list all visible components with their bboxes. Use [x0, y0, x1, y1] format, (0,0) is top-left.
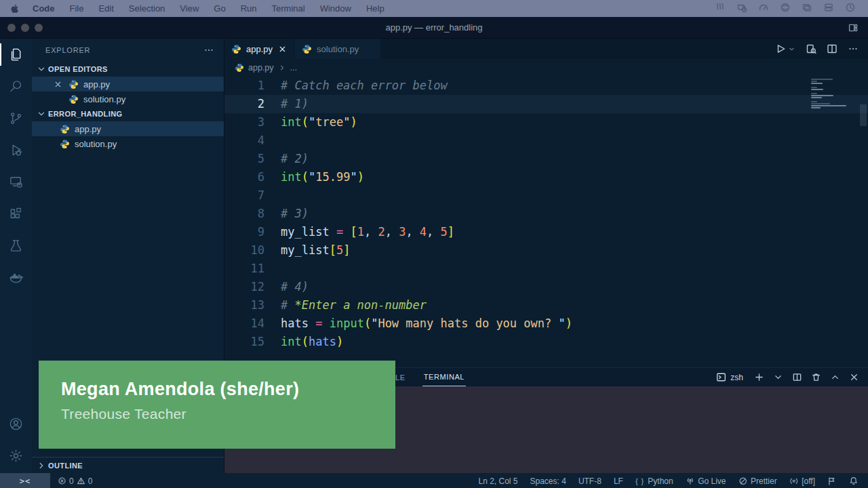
apple-logo-icon[interactable] [9, 3, 20, 14]
status-screencast-mode[interactable]: [off] [789, 476, 815, 486]
clock-icon[interactable] [845, 2, 856, 15]
close-button[interactable] [7, 24, 16, 32]
status-go-live[interactable]: Go Live [686, 476, 726, 486]
close-editor-icon[interactable] [52, 80, 64, 89]
code-line-9[interactable]: 9my_list = [1, 2, 3, 4, 5] [224, 223, 868, 241]
code-line-8[interactable]: 8# 3) [224, 205, 868, 223]
menu-edit[interactable]: Edit [91, 3, 121, 14]
screen-mirroring-icon[interactable] [802, 2, 812, 15]
status-language-mode[interactable]: { }Python [635, 476, 673, 486]
file-solution.py[interactable]: solution.py [32, 136, 224, 151]
menu-go[interactable]: Go [206, 3, 233, 14]
code-editor[interactable]: 1# Catch each error below2# 1)3int("tree… [224, 76, 868, 367]
code-line-15[interactable]: 15int(hats) [224, 333, 868, 351]
menu-window[interactable]: Window [313, 3, 359, 14]
remote-indicator[interactable]: >< [0, 473, 50, 488]
section-error-handling[interactable]: ERROR_HANDLING [32, 106, 224, 121]
activity-source-control[interactable] [0, 102, 32, 134]
activity-settings[interactable] [0, 440, 32, 472]
maximize-panel-icon[interactable] [830, 372, 840, 382]
activity-bar-top [0, 39, 32, 293]
tab-close-icon[interactable] [277, 45, 288, 54]
launch-profile-dropdown-icon[interactable] [773, 372, 783, 382]
menu-selection[interactable]: Selection [121, 3, 172, 14]
line-content [264, 186, 281, 205]
code-line-10[interactable]: 10my_list[5] [224, 241, 868, 260]
zoom-button[interactable] [35, 24, 43, 32]
status-encoding[interactable]: UTF-8 [578, 476, 601, 486]
menu-view[interactable]: View [172, 3, 206, 14]
line-number: 12 [224, 278, 264, 296]
tab-solution.py[interactable]: solution.py [295, 39, 381, 59]
menu-run[interactable]: Run [233, 3, 264, 14]
activity-bar [0, 39, 32, 473]
split-terminal-icon[interactable] [792, 372, 802, 382]
code-line-3[interactable]: 3int("tree") [224, 113, 868, 131]
code-line-1[interactable]: 1# Catch each error below [224, 77, 868, 95]
more-actions-icon[interactable] [848, 43, 859, 54]
kill-terminal-icon[interactable] [811, 372, 821, 382]
status-feedback[interactable] [827, 476, 837, 486]
scrollbar[interactable] [860, 104, 867, 126]
python-file-icon [60, 139, 70, 149]
code-line-13[interactable]: 13# *Enter a non-number [224, 296, 868, 314]
activity-search[interactable] [0, 70, 32, 102]
panel-tab-fragment[interactable]: LE [395, 373, 406, 382]
line-content: # 1) [264, 95, 309, 113]
minimize-button[interactable] [21, 24, 29, 32]
run-python-file-icon[interactable] [775, 43, 786, 54]
customize-layout-icon[interactable] [848, 22, 859, 33]
activity-remote-explorer[interactable] [0, 166, 32, 198]
code-line-12[interactable]: 12# 4) [224, 278, 868, 296]
menu-terminal[interactable]: Terminal [264, 3, 313, 14]
breadcrumb-file[interactable]: app.py [248, 63, 274, 73]
run-dropdown-icon[interactable] [788, 45, 795, 53]
sync-globe-icon[interactable] [780, 2, 791, 15]
outline-section[interactable]: OUTLINE [32, 457, 224, 473]
code-line-2[interactable]: 2# 1) [224, 95, 868, 113]
coffee-clock-icon[interactable] [736, 2, 747, 15]
tab-terminal[interactable]: TERMINAL [422, 368, 466, 386]
code-line-6[interactable]: 6int("15.99") [224, 168, 868, 186]
shell-badge[interactable]: zsh [716, 372, 743, 382]
menu-file[interactable]: File [62, 3, 92, 14]
code-line-5[interactable]: 5# 2) [224, 150, 868, 168]
close-panel-icon[interactable] [849, 372, 859, 382]
menu-code[interactable]: Code [25, 3, 62, 14]
steam-icon[interactable] [715, 2, 726, 15]
activity-extensions[interactable] [0, 198, 32, 230]
status-cursor-position[interactable]: Ln 2, Col 5 [478, 476, 517, 486]
status-eol[interactable]: LF [614, 476, 623, 486]
open-editor-app.py[interactable]: app.py [32, 77, 224, 92]
status-prettier[interactable]: Prettier [738, 476, 777, 486]
tab-app.py[interactable]: app.py [224, 39, 295, 59]
code-line-4[interactable]: 4 [224, 131, 868, 150]
new-terminal-icon[interactable] [754, 372, 764, 382]
section-open-editors[interactable]: OPEN EDITORS [32, 62, 224, 77]
dock-stack-icon[interactable] [823, 2, 834, 15]
status-right-items: Ln 2, Col 5Spaces: 4UTF-8LF{ }PythonGo L… [478, 476, 868, 486]
activity-run-and-debug[interactable] [0, 134, 32, 166]
breadcrumb-ellipsis[interactable]: ... [290, 63, 297, 73]
activity-accounts[interactable] [0, 408, 32, 440]
code-line-7[interactable]: 7 [224, 186, 868, 205]
split-editor-icon[interactable] [827, 43, 837, 54]
testing-icon [8, 238, 24, 253]
menu-help[interactable]: Help [359, 3, 392, 14]
line-number: 13 [224, 296, 264, 314]
explorer-more-actions-icon[interactable] [203, 45, 214, 56]
code-line-14[interactable]: 14hats = input("How many hats do you own… [224, 314, 868, 333]
code-line-11[interactable]: 11 [224, 260, 868, 278]
activity-docker[interactable] [0, 262, 32, 293]
breadcrumb[interactable]: app.py ... [224, 59, 868, 76]
open-editor-solution.py[interactable]: solution.py [32, 92, 224, 106]
status-indentation[interactable]: Spaces: 4 [530, 476, 566, 486]
activity-testing[interactable] [0, 230, 32, 262]
problems-indicator[interactable]: 0 0 [58, 476, 92, 486]
gauge-icon[interactable] [758, 2, 769, 15]
activity-explorer[interactable] [0, 39, 32, 70]
file-app.py[interactable]: app.py [32, 121, 224, 136]
open-changes-icon[interactable] [806, 43, 816, 54]
status-notifications[interactable] [849, 476, 859, 486]
minimap[interactable] [811, 79, 856, 109]
